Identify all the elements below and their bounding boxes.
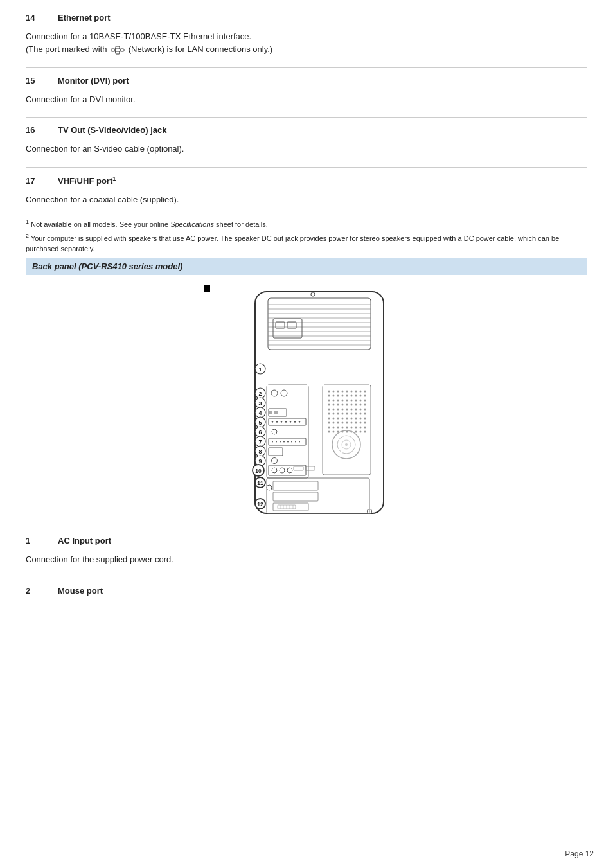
svg-point-109 — [351, 404, 353, 406]
svg-point-155 — [355, 427, 357, 429]
svg-point-97 — [337, 400, 339, 402]
page-number-text: Page 12 — [565, 849, 594, 858]
svg-point-154 — [351, 427, 353, 429]
svg-rect-44 — [267, 385, 308, 478]
svg-point-94 — [364, 395, 366, 397]
section-16-header: 16 TV Out (S-Video/video) jack — [26, 125, 587, 137]
svg-point-126 — [346, 413, 348, 415]
svg-line-4 — [115, 48, 116, 50]
svg-text:2: 2 — [258, 391, 262, 397]
section-17: 17 VHF/UHF port1 Connection for a coaxia… — [26, 175, 587, 206]
footnote-1-italic: Specifications — [170, 220, 214, 227]
svg-point-122 — [328, 413, 330, 415]
svg-point-64 — [287, 441, 289, 443]
svg-point-91 — [351, 395, 353, 397]
footnote-1-text2: sheet for details. — [216, 220, 268, 227]
svg-point-152 — [342, 427, 344, 429]
svg-point-156 — [360, 427, 362, 429]
section-16-title: TV Out (S-Video/video) jack — [58, 125, 167, 135]
svg-point-82 — [351, 391, 353, 393]
svg-point-147 — [360, 422, 362, 424]
divider-14-15 — [26, 67, 587, 68]
svg-text:3: 3 — [258, 400, 262, 407]
svg-text:5: 5 — [258, 420, 262, 426]
divider-1-2 — [26, 578, 587, 578]
back-panel-label: Back panel (PCV-RS410 series model) — [26, 258, 587, 275]
svg-point-77 — [328, 391, 330, 393]
svg-point-69 — [272, 458, 278, 464]
section-1-number: 1 — [26, 536, 58, 545]
footnote-2-text: Your computer is supplied with speakers … — [26, 234, 559, 252]
svg-point-87 — [333, 395, 335, 397]
section-1-text: Connection for the supplied power cord. — [26, 554, 173, 564]
svg-point-123 — [333, 413, 335, 415]
svg-point-23 — [311, 292, 315, 296]
svg-point-54 — [285, 421, 287, 423]
svg-point-116 — [342, 409, 344, 411]
section-2-title: Mouse port — [58, 586, 103, 596]
svg-point-129 — [360, 413, 362, 415]
section-16-text: Connection for an S-video cable (optiona… — [26, 144, 184, 154]
svg-point-106 — [337, 404, 339, 406]
svg-point-141 — [333, 422, 335, 424]
svg-point-132 — [333, 418, 335, 420]
svg-point-143 — [342, 422, 344, 424]
svg-point-139 — [364, 418, 366, 420]
svg-line-6 — [120, 48, 120, 50]
svg-point-51 — [272, 421, 273, 423]
svg-point-158 — [328, 431, 330, 433]
svg-point-90 — [346, 395, 348, 397]
footnotes: 1 Not available on all models. See your … — [26, 218, 587, 254]
svg-point-111 — [360, 404, 362, 406]
svg-point-146 — [355, 422, 357, 424]
svg-point-60 — [272, 441, 273, 443]
svg-point-136 — [351, 418, 353, 420]
svg-point-93 — [360, 395, 362, 397]
section-17-sup: 1 — [112, 175, 116, 182]
svg-point-131 — [328, 418, 330, 420]
svg-rect-48 — [269, 411, 272, 414]
svg-line-5 — [115, 50, 116, 53]
svg-point-62 — [280, 441, 281, 443]
section-16-number: 16 — [26, 125, 58, 135]
svg-point-53 — [281, 421, 282, 423]
svg-rect-76 — [323, 385, 371, 475]
svg-point-85 — [364, 391, 366, 393]
svg-point-151 — [337, 427, 339, 429]
svg-point-105 — [333, 404, 335, 406]
svg-rect-180 — [273, 503, 308, 511]
section-15: 15 Monitor (DVI) port Connection for a D… — [26, 76, 587, 106]
svg-rect-68 — [269, 448, 283, 456]
svg-point-150 — [333, 427, 335, 429]
svg-point-134 — [342, 418, 344, 420]
svg-point-99 — [346, 400, 348, 402]
section-17-title: VHF/UHF port1 — [58, 175, 116, 186]
svg-point-52 — [276, 421, 278, 423]
section-14-header: 14 Ethernet port — [26, 13, 587, 25]
footnote-1-sup: 1 — [26, 218, 29, 225]
svg-point-110 — [355, 404, 357, 406]
svg-point-142 — [337, 422, 339, 424]
svg-point-65 — [291, 441, 292, 443]
section-14-text2: (The port marked with (Network) is f — [26, 43, 587, 56]
section-14-text1: Connection for a 10BASE-T/100BASE-TX Eth… — [26, 30, 587, 43]
svg-point-119 — [355, 409, 357, 411]
section-14: 14 Ethernet port Connection for a 10BASE… — [26, 13, 587, 56]
svg-point-121 — [364, 409, 366, 411]
svg-point-144 — [346, 422, 348, 424]
svg-point-95 — [328, 400, 330, 402]
svg-point-157 — [364, 427, 366, 429]
section-15-number: 15 — [26, 76, 58, 85]
svg-point-118 — [351, 409, 353, 411]
svg-text:4: 4 — [258, 410, 262, 416]
svg-point-177 — [267, 485, 272, 490]
section-1-header: 1 AC Input port — [26, 536, 587, 548]
svg-rect-74 — [294, 466, 303, 470]
svg-rect-2 — [116, 51, 120, 54]
svg-point-125 — [342, 413, 344, 415]
svg-point-164 — [355, 431, 357, 433]
svg-rect-22 — [287, 322, 296, 328]
svg-point-112 — [364, 404, 366, 406]
svg-point-100 — [351, 400, 353, 402]
svg-point-166 — [364, 431, 366, 433]
